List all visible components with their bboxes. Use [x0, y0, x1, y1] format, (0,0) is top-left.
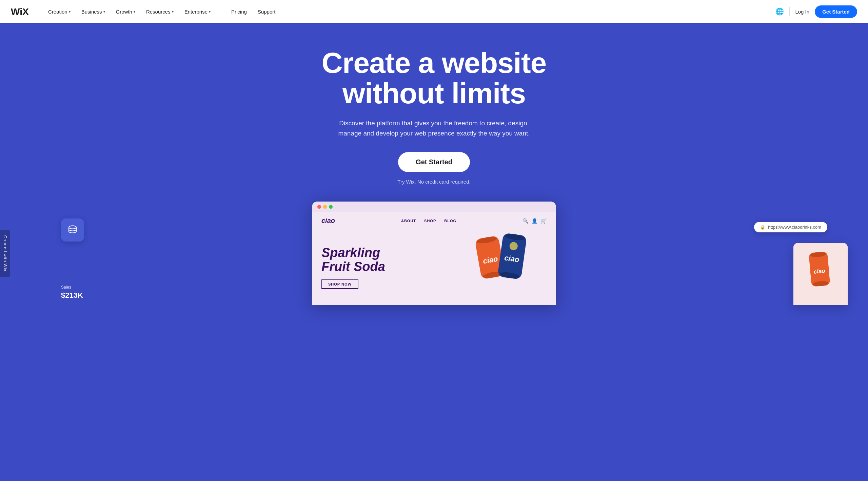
- nav-label-creation: Creation: [48, 9, 67, 15]
- tablet-mockup: ciao: [793, 243, 848, 305]
- nav-label-business: Business: [81, 9, 102, 15]
- sales-value: $213K: [61, 291, 92, 300]
- lock-icon: 🔒: [760, 225, 765, 230]
- sales-card: Sales $213K: [54, 279, 98, 305]
- chevron-down-icon: ▾: [103, 10, 105, 14]
- tablet-mockup-content: ciao: [793, 243, 848, 304]
- user-icon: 👤: [532, 218, 537, 224]
- browser-dot-minimize: [323, 205, 327, 209]
- nav-item-pricing[interactable]: Pricing: [226, 6, 252, 17]
- nav-item-enterprise[interactable]: Enterprise ▾: [180, 6, 215, 17]
- hero-content: Create a website without limits Discover…: [298, 23, 570, 198]
- browser-content: ciao ABOUT SHOP BLOG 🔍 👤 🛒: [312, 212, 556, 305]
- ciao-site-header: ciao ABOUT SHOP BLOG 🔍 👤 🛒: [312, 212, 556, 229]
- globe-icon: 🌐: [775, 7, 784, 16]
- get-started-nav-button[interactable]: Get Started: [815, 5, 857, 18]
- navbar-right: 🌐 Log In Get Started: [775, 5, 857, 18]
- ciao-nav-about: ABOUT: [401, 219, 416, 223]
- svg-text:ciao: ciao: [813, 268, 826, 275]
- nav-label-support: Support: [258, 9, 276, 15]
- svg-point-1: [69, 226, 76, 229]
- nav-label-pricing: Pricing: [231, 9, 247, 15]
- language-selector-button[interactable]: 🌐: [775, 7, 784, 16]
- hero-note: Try Wix. No credit card required.: [397, 179, 470, 185]
- nav-item-creation[interactable]: Creation ▾: [43, 6, 75, 17]
- ciao-nav: ABOUT SHOP BLOG: [401, 219, 456, 223]
- url-text: https://www.ciaodrinks.com: [768, 225, 821, 230]
- created-with-wix-label: Created with Wix: [0, 230, 10, 277]
- search-icon: 🔍: [522, 218, 528, 224]
- nav-item-resources[interactable]: Resources ▾: [141, 6, 178, 17]
- chevron-down-icon: ▾: [134, 10, 135, 14]
- chevron-down-icon: ▾: [172, 10, 174, 14]
- nav-item-growth[interactable]: Growth ▾: [111, 6, 140, 17]
- nav-right-divider: [789, 7, 790, 16]
- ciao-shop-button[interactable]: SHOP NOW: [321, 279, 358, 289]
- ciao-headline: Sparkling Fruit Soda: [321, 246, 438, 274]
- hero-section: Create a website without limits Discover…: [0, 0, 868, 481]
- login-button[interactable]: Log In: [795, 9, 809, 15]
- svg-text:WiX: WiX: [11, 7, 29, 16]
- hero-cta-button[interactable]: Get Started: [398, 152, 470, 172]
- nav-item-support[interactable]: Support: [253, 6, 280, 17]
- browser-bar: [312, 202, 556, 212]
- navbar: WiX Creation ▾ Business ▾ Growth ▾ Resou…: [0, 0, 868, 23]
- browser-dot-maximize: [329, 205, 333, 209]
- browser-dot-close: [317, 205, 321, 209]
- sales-label: Sales: [61, 285, 92, 290]
- wix-logo[interactable]: WiX: [11, 7, 31, 16]
- ciao-nav-blog: BLOG: [444, 219, 456, 223]
- nav-item-business[interactable]: Business ▾: [77, 6, 110, 17]
- hero-subtitle: Discover the platform that gives you the…: [336, 118, 532, 139]
- nav-menu: Creation ▾ Business ▾ Growth ▾ Resources…: [43, 6, 775, 17]
- ciao-action-icons: 🔍 👤 🛒: [522, 218, 547, 224]
- hero-mockup-area: Created with Wix ciao ABOUT: [0, 202, 868, 305]
- ciao-site-hero: Sparkling Fruit Soda SHOP NOW ciao: [312, 229, 556, 305]
- floating-url-bar: 🔒 https://www.ciaodrinks.com: [754, 222, 827, 232]
- ciao-cans-area: ciao ciao: [448, 229, 556, 305]
- nav-label-resources: Resources: [146, 9, 171, 15]
- hero-title: Create a website without limits: [322, 47, 547, 109]
- nav-label-enterprise: Enterprise: [184, 9, 208, 15]
- database-icon: [67, 224, 78, 236]
- ciao-text-area: Sparkling Fruit Soda SHOP NOW: [312, 229, 448, 305]
- chevron-down-icon: ▾: [69, 10, 71, 14]
- floating-db-card: [61, 218, 84, 242]
- browser-window: ciao ABOUT SHOP BLOG 🔍 👤 🛒: [312, 202, 556, 305]
- wix-logo-svg: WiX: [11, 7, 31, 16]
- chevron-down-icon: ▾: [209, 10, 211, 14]
- ciao-cans-decoration: ciao ciao: [448, 229, 556, 304]
- nav-divider: [221, 7, 221, 16]
- nav-label-growth: Growth: [116, 9, 132, 15]
- ciao-nav-shop: SHOP: [424, 219, 436, 223]
- ciao-logo: ciao: [321, 217, 335, 225]
- cart-icon: 🛒: [541, 218, 547, 224]
